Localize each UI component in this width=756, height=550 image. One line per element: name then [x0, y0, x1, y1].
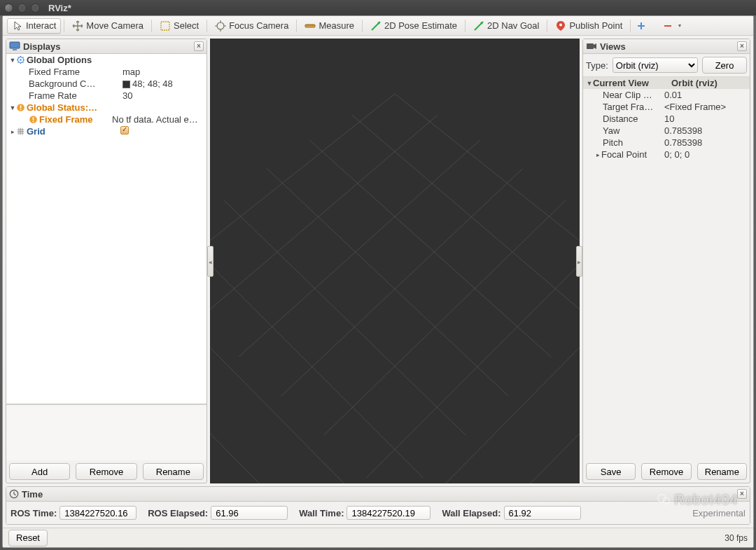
wall-time-field[interactable] — [346, 506, 430, 520]
interact-tool[interactable]: Interact — [7, 18, 61, 34]
window-maximize-button[interactable] — [31, 4, 40, 13]
distance-value[interactable]: 10 — [662, 114, 750, 124]
svg-rect-12 — [33, 117, 34, 120]
global-status-label[interactable]: Global Status:… — [27, 102, 118, 113]
plus-icon — [636, 20, 647, 32]
grid-label[interactable]: Grid — [27, 126, 118, 137]
remove-tool-button[interactable] — [660, 18, 676, 34]
svg-point-7 — [20, 59, 21, 60]
target-frame-value[interactable]: <Fixed Frame> — [662, 102, 750, 112]
ros-elapsed-field[interactable] — [211, 506, 288, 520]
focal-point-value[interactable]: 0; 0; 0 — [662, 149, 750, 160]
move-camera-tool[interactable]: Move Camera — [67, 18, 148, 34]
near-clip-label[interactable]: Near Clip … — [603, 90, 662, 100]
collapse-left-handle[interactable]: ◂ — [207, 246, 214, 277]
current-view-value: Orbit (rviz) — [668, 78, 750, 88]
add-tool-button[interactable] — [634, 18, 649, 34]
time-close-button[interactable]: × — [737, 489, 747, 499]
measure-label: Measure — [318, 20, 354, 31]
target-frame-label[interactable]: Target Fra… — [603, 102, 662, 112]
viewport-container: ◂ ▸ — [210, 39, 580, 483]
views-type-label: Type: — [586, 60, 608, 71]
publish-point-tool[interactable]: Publish Point — [550, 18, 627, 34]
reset-button[interactable]: Reset — [8, 530, 48, 546]
disclosure-triangle[interactable]: ▼ — [9, 104, 16, 111]
svg-point-3 — [559, 23, 562, 26]
frame-rate-value[interactable]: 30 — [120, 90, 206, 101]
collapse-right-handle[interactable]: ▸ — [576, 246, 582, 277]
app-frame: Interact Move Camera Select Focus Camera — [2, 15, 754, 548]
disclosure-triangle[interactable]: ▸ — [594, 151, 601, 158]
fixed-frame-value[interactable]: map — [120, 67, 206, 77]
rename-button[interactable]: Rename — [143, 463, 204, 480]
pose-estimate-tool[interactable]: 2D Pose Estimate — [365, 18, 462, 34]
publish-point-label: Publish Point — [569, 20, 622, 31]
3d-viewport[interactable] — [210, 39, 580, 483]
near-clip-value[interactable]: 0.01 — [662, 90, 750, 100]
measure-tool[interactable]: Measure — [300, 18, 359, 34]
pitch-value[interactable]: 0.785398 — [662, 137, 750, 148]
focus-camera-tool[interactable]: Focus Camera — [210, 18, 293, 34]
dropdown-arrow-icon[interactable]: ▾ — [678, 22, 681, 29]
ros-time-field[interactable] — [59, 506, 136, 520]
displays-icon — [9, 41, 20, 51]
yaw-label[interactable]: Yaw — [603, 125, 662, 136]
status-fixed-frame-value[interactable]: No tf data. Actual e… — [109, 114, 206, 125]
svg-point-1 — [217, 22, 224, 29]
disclosure-triangle[interactable]: ▼ — [586, 80, 593, 87]
displays-title: Displays — [23, 41, 60, 52]
camera-icon — [586, 42, 597, 50]
remove-button[interactable]: Remove — [76, 463, 136, 480]
global-options-label[interactable]: Global Options — [27, 55, 118, 65]
views-close-button[interactable]: × — [737, 41, 747, 51]
status-fixed-frame-label[interactable]: Fixed Frame — [39, 114, 109, 125]
background-color-label[interactable]: Background C… — [29, 78, 120, 89]
add-button[interactable]: Add — [9, 463, 70, 480]
pose-estimate-label: 2D Pose Estimate — [384, 20, 457, 31]
save-button[interactable]: Save — [586, 463, 636, 480]
disclosure-triangle[interactable]: ▸ — [9, 128, 16, 135]
measure-icon — [304, 20, 316, 32]
time-panel: Time × ROS Time: ROS Elapsed: Wall Time:… — [6, 486, 750, 525]
displays-panel: Displays × ▼ Global Options Fixed Frame — [6, 39, 207, 483]
move-camera-label: Move Camera — [86, 20, 144, 31]
view-type-select[interactable]: Orbit (rviz) — [612, 57, 698, 73]
color-swatch — [122, 81, 130, 88]
displays-close-button[interactable]: × — [194, 41, 204, 51]
nav-goal-label: 2D Nav Goal — [487, 20, 539, 31]
nav-goal-tool[interactable]: 2D Nav Goal — [468, 18, 544, 34]
fixed-frame-label[interactable]: Fixed Frame — [29, 67, 120, 77]
focal-point-label[interactable]: Focal Point — [601, 149, 662, 160]
pitch-label[interactable]: Pitch — [603, 137, 662, 148]
description-area — [6, 404, 206, 460]
window-title: RViz* — [48, 3, 71, 13]
displays-tree[interactable]: ▼ Global Options Fixed Frame map Backgro… — [6, 54, 206, 404]
warning-icon — [16, 103, 27, 112]
select-label: Select — [174, 20, 199, 31]
wall-elapsed-label: Wall Elapsed: — [442, 508, 500, 518]
publish-point-icon — [555, 20, 566, 32]
bottom-bar: Reset 30 fps — [3, 528, 753, 547]
views-title: Views — [600, 41, 626, 52]
background-color-value[interactable]: 48; 48; 48 — [120, 78, 206, 89]
svg-rect-4 — [10, 42, 20, 48]
select-tool[interactable]: Select — [155, 18, 204, 34]
svg-rect-0 — [161, 22, 169, 30]
views-remove-button[interactable]: Remove — [641, 463, 691, 480]
views-rename-button[interactable]: Rename — [697, 463, 747, 480]
move-camera-icon — [72, 20, 83, 32]
svg-rect-15 — [587, 43, 594, 49]
views-tree[interactable]: ▼ Current View Orbit (rviz) Near Clip …0… — [583, 77, 750, 460]
wall-elapsed-field[interactable] — [504, 506, 581, 520]
window-close-button[interactable] — [4, 4, 13, 13]
warning-icon — [29, 115, 39, 124]
nav-goal-icon — [473, 20, 484, 32]
yaw-value[interactable]: 0.785398 — [662, 125, 750, 136]
frame-rate-label[interactable]: Frame Rate — [29, 90, 120, 101]
grid-checkbox[interactable] — [118, 126, 206, 137]
svg-rect-9 — [20, 105, 22, 108]
distance-label[interactable]: Distance — [603, 114, 662, 124]
disclosure-triangle[interactable]: ▼ — [9, 57, 16, 64]
window-minimize-button[interactable] — [18, 4, 27, 13]
zero-button[interactable]: Zero — [702, 57, 747, 74]
